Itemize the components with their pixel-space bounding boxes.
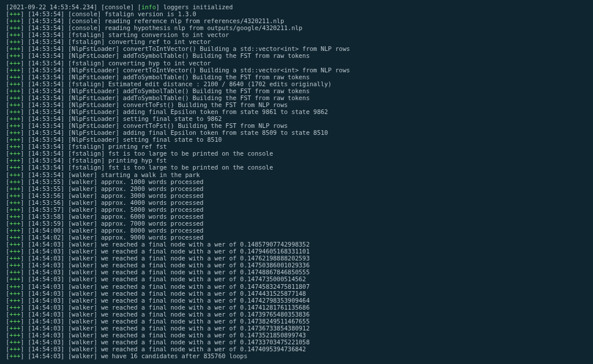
timestamp: [14:53:54] bbox=[28, 101, 64, 108]
log-line: [+++] [14:53:57] [walker] approx. 5000 w… bbox=[6, 206, 587, 213]
timestamp: [14:53:56] bbox=[28, 192, 64, 199]
timestamp: [14:53:59] bbox=[28, 220, 64, 227]
logger-tag: [walker] bbox=[68, 241, 98, 248]
plus-marker: +++ bbox=[9, 220, 20, 227]
log-message: addToSymbolTable() Building the FST from… bbox=[123, 87, 309, 94]
logger-tag: [console] bbox=[68, 17, 101, 24]
plus-marker: +++ bbox=[9, 304, 20, 311]
plus-marker: +++ bbox=[9, 67, 20, 73]
timestamp: [14:54:03] bbox=[28, 339, 64, 345]
logger-tag: [NlpFstLoader] bbox=[68, 52, 120, 59]
plus-marker: +++ bbox=[9, 248, 20, 255]
log-message: converting hyp to int vector bbox=[108, 60, 211, 67]
timestamp: [14:54:03] bbox=[28, 304, 64, 311]
log-message: we reached a final node with a wer of 0.… bbox=[101, 304, 309, 311]
logger-tag: [walker] bbox=[68, 234, 98, 241]
log-line: [+++] [14:54:00] [walker] approx. 8000 w… bbox=[6, 227, 587, 234]
log-message: approx. 2000 words processed bbox=[101, 185, 203, 192]
timestamp: [14:53:54] bbox=[28, 17, 64, 24]
logger-tag: [walker] bbox=[68, 290, 98, 297]
log-message: we reached a final node with a wer of 0.… bbox=[101, 290, 306, 297]
log-line: [+++] [14:53:54] [fstalign] starting con… bbox=[6, 31, 587, 38]
log-message: fst is too large to be printed on the co… bbox=[108, 164, 273, 171]
logger-tag: [fstalign] bbox=[68, 164, 105, 171]
timestamp: [14:53:54] bbox=[28, 171, 64, 178]
log-line: [+++] [14:53:54] [fstalign] converting h… bbox=[6, 60, 587, 67]
log-message: starting conversion to int vector bbox=[108, 31, 229, 38]
log-message: printing hyp fst bbox=[108, 157, 167, 164]
plus-marker: +++ bbox=[9, 318, 20, 325]
log-message: convertToIntVector() Building a std::vec… bbox=[123, 45, 350, 52]
log-message: we reached a final node with a wer of 0.… bbox=[101, 339, 309, 345]
log-message: Estimated edit distance : 2100 / 8640 (1… bbox=[108, 80, 332, 87]
plus-marker: +++ bbox=[9, 234, 20, 241]
plus-marker: +++ bbox=[9, 325, 20, 332]
log-message: approx. 3000 words processed bbox=[101, 192, 203, 199]
plus-marker: +++ bbox=[9, 115, 20, 122]
log-line: [+++] [14:54:03] [walker] we reached a f… bbox=[6, 241, 587, 248]
timestamp: [14:54:03] bbox=[28, 275, 64, 282]
plus-marker: +++ bbox=[9, 332, 20, 339]
logger-tag: [walker] bbox=[68, 206, 98, 213]
log-line: [+++] [14:54:03] [walker] we reached a f… bbox=[6, 345, 587, 352]
log-message: we reached a final node with a wer of 0.… bbox=[101, 325, 309, 332]
plus-marker: +++ bbox=[9, 241, 20, 248]
log-message: we reached a final node with a wer of 0.… bbox=[101, 332, 306, 339]
plus-marker: +++ bbox=[9, 269, 20, 275]
log-message: setting final state to 9862 bbox=[123, 115, 222, 122]
plus-marker: +++ bbox=[9, 157, 20, 164]
plus-marker: +++ bbox=[9, 345, 20, 352]
log-message: printing ref fst bbox=[108, 143, 167, 150]
timestamp: [14:53:54] bbox=[28, 10, 64, 17]
log-line: [+++] [14:53:54] [NlpFstLoader] convertT… bbox=[6, 67, 587, 73]
log-line: [+++] [14:54:03] [walker] we reached a f… bbox=[6, 275, 587, 282]
log-message: addToSymbolTable() Building the FST from… bbox=[123, 73, 309, 80]
timestamp: [14:54:03] bbox=[28, 325, 64, 332]
log-line: [+++] [14:53:58] [walker] approx. 6000 w… bbox=[6, 213, 587, 220]
plus-marker: +++ bbox=[9, 275, 20, 282]
log-message: we reached a final node with a wer of 0.… bbox=[101, 318, 309, 325]
logger-tag: [NlpFstLoader] bbox=[68, 67, 120, 73]
log-message: approx. 8000 words processed bbox=[101, 227, 203, 234]
logger-tag: [walker] bbox=[68, 318, 98, 325]
plus-marker: +++ bbox=[9, 339, 20, 345]
log-line: [+++] [14:53:54] [console] fstalign vers… bbox=[6, 10, 587, 17]
log-line: [+++] [14:53:54] [NlpFstLoader] convertT… bbox=[6, 101, 587, 108]
log-message: setting final state to 8510 bbox=[123, 136, 222, 143]
plus-marker: +++ bbox=[9, 52, 20, 59]
logger-tag: [walker] bbox=[68, 297, 98, 304]
plus-marker: +++ bbox=[9, 185, 20, 192]
logger-tag: [console] bbox=[68, 10, 101, 17]
log-message: approx. 4000 words processed bbox=[101, 199, 203, 206]
log-message: we reached a final node with a wer of 0.… bbox=[101, 255, 309, 262]
logger-tag: [walker] bbox=[68, 262, 98, 269]
timestamp: [14:53:54] bbox=[28, 73, 64, 80]
plus-marker: +++ bbox=[9, 192, 20, 199]
log-line: [+++] [14:54:03] [walker] we reached a f… bbox=[6, 339, 587, 345]
logger-tag: [walker] bbox=[68, 220, 98, 227]
logger-tag: [console] bbox=[68, 24, 101, 31]
log-line: [+++] [14:53:55] [walker] approx. 2000 w… bbox=[6, 185, 587, 192]
log-line: [+++] [14:53:54] [NlpFstLoader] adding f… bbox=[6, 108, 587, 115]
log-message: approx. 1000 words processed bbox=[101, 178, 203, 185]
timestamp: [14:53:54] bbox=[28, 143, 64, 150]
plus-marker: +++ bbox=[9, 227, 20, 234]
log-line: [+++] [14:53:54] [fstalign] printing ref… bbox=[6, 143, 587, 150]
logger-tag: [walker] bbox=[68, 227, 98, 234]
log-line: [+++] [14:53:54] [NlpFstLoader] setting … bbox=[6, 115, 587, 122]
logger-tag: [walker] bbox=[68, 248, 98, 255]
logger-tag: [fstalign] bbox=[68, 150, 105, 157]
plus-marker: +++ bbox=[9, 80, 20, 87]
plus-marker: +++ bbox=[9, 17, 20, 24]
logger-tag: [walker] bbox=[68, 185, 98, 192]
timestamp: [14:53:54] bbox=[28, 94, 64, 101]
plus-marker: +++ bbox=[9, 297, 20, 304]
logger-tag: [walker] bbox=[68, 332, 98, 339]
timestamp: [14:54:03] bbox=[28, 255, 64, 262]
log-message: fstalign version is 1.3.0 bbox=[105, 10, 196, 17]
log-message: starting a walk in the park bbox=[101, 171, 200, 178]
logger-tag: [NlpFstLoader] bbox=[68, 101, 120, 108]
log-message: reading reference nlp from references/43… bbox=[105, 17, 284, 24]
plus-marker: +++ bbox=[9, 31, 20, 38]
log-line: [+++] [14:54:03] [walker] we reached a f… bbox=[6, 255, 587, 262]
